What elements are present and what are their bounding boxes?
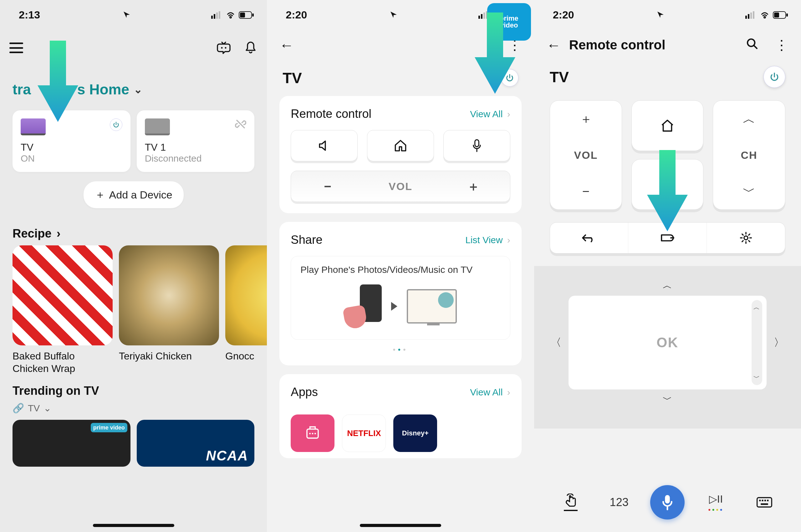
tv-assistant-icon[interactable]	[216, 40, 231, 56]
share-panel: Share List View › Play Phone's Photos/Vi…	[279, 222, 521, 365]
recipe-heading[interactable]: Recipe ›	[0, 217, 267, 245]
hamburger-menu-icon[interactable]	[10, 42, 23, 53]
share-text: Play Phone's Photos/Videos/Music on TV	[301, 264, 500, 275]
numpad-button[interactable]: 123	[610, 496, 629, 509]
device-card-tv1[interactable]: TV 1 Disconnected	[137, 110, 255, 172]
svg-rect-26	[774, 13, 779, 18]
back-button[interactable]	[550, 223, 628, 253]
recipe-card[interactable]: Gnocc	[225, 245, 267, 375]
link-icon: 🔗	[13, 403, 24, 414]
volume-control: − VOL ＋	[291, 171, 510, 202]
svg-rect-34	[762, 500, 763, 501]
svg-rect-27	[786, 14, 788, 17]
home-button[interactable]	[367, 130, 434, 161]
location-icon	[657, 9, 664, 21]
view-all-link[interactable]: View All ›	[470, 109, 510, 119]
dpad-left[interactable]: 〈	[544, 336, 568, 350]
svg-rect-1	[214, 14, 215, 19]
share-illustration	[301, 275, 500, 331]
dpad-up[interactable]: ︿	[534, 276, 801, 296]
list-view-link[interactable]: List View ›	[465, 235, 510, 245]
status-bar: 2:20	[534, 0, 801, 24]
bottom-toolbar: 123 ▷II ●●●●	[534, 485, 801, 519]
settings-button[interactable]	[707, 223, 785, 253]
back-icon[interactable]: ←	[279, 37, 294, 54]
tv-icon	[145, 118, 170, 135]
home-button[interactable]	[632, 100, 703, 151]
home-indicator[interactable]	[360, 524, 441, 527]
volume-label: VOL	[364, 180, 437, 193]
svg-rect-21	[745, 16, 747, 19]
svg-rect-16	[475, 140, 479, 147]
color-dots-icon: ●●●●	[708, 507, 724, 512]
share-card[interactable]: Play Phone's Photos/Videos/Music on TV	[291, 256, 510, 340]
app-lg-channels[interactable]	[291, 415, 334, 452]
touch-mode-button[interactable]	[564, 494, 578, 511]
power-icon[interactable]	[110, 118, 122, 131]
volume-down-button[interactable]: −	[291, 179, 364, 193]
recipe-card[interactable]: Teriyaki Chicken	[119, 245, 219, 375]
volume-down-button[interactable]: −	[550, 173, 622, 209]
chevron-right-icon: ›	[507, 109, 510, 119]
kebab-menu-icon[interactable]: ⋮	[775, 42, 788, 48]
remote-control-panel: Remote control View All › − VOL ＋	[279, 96, 521, 213]
location-icon	[390, 9, 397, 21]
scroll-wheel[interactable]: ︿﹀	[751, 300, 762, 385]
cell-signal-icon	[745, 11, 757, 19]
screen-remote-full: 2:20 ← Remote control ⋮ TV ＋ VOL −	[534, 0, 801, 532]
app-disney-plus[interactable]: Disney+	[393, 415, 437, 452]
svg-point-30	[744, 236, 748, 240]
mute-button[interactable]	[291, 130, 358, 161]
panel-heading: Apps	[291, 385, 318, 399]
home-indicator[interactable]	[93, 524, 174, 527]
chevron-down-icon: ⌄	[43, 403, 51, 414]
battery-icon	[773, 11, 788, 19]
chevron-right-icon: ›	[57, 227, 61, 240]
svg-point-20	[314, 433, 316, 435]
chevron-right-icon: ›	[507, 235, 510, 245]
keyboard-button[interactable]	[757, 496, 772, 508]
trending-tile[interactable]: NCAA	[137, 420, 255, 467]
svg-rect-0	[211, 16, 213, 19]
apps-panel: Apps View All › NETFLIX prime video Disn…	[279, 374, 521, 458]
playback-button[interactable]: ▷II ●●●●	[708, 493, 724, 512]
device-name: TV 1	[145, 141, 247, 153]
svg-rect-31	[665, 495, 670, 504]
volume-label: VOL	[550, 137, 622, 173]
view-all-link[interactable]: View All ›	[470, 387, 510, 398]
bell-icon[interactable]	[244, 40, 257, 55]
recipe-image	[225, 245, 267, 345]
page-header: Remote control	[569, 38, 738, 53]
ok-touchpad[interactable]: OK ︿﹀	[568, 296, 767, 390]
trending-tile[interactable]: prime video	[13, 420, 130, 467]
channel-down-button[interactable]: ﹀	[713, 173, 785, 209]
annotation-arrow	[475, 13, 515, 94]
volume-up-button[interactable]: ＋	[550, 101, 622, 137]
dpad-down[interactable]: ﹀	[534, 390, 801, 410]
back-icon[interactable]: ←	[547, 37, 561, 54]
svg-rect-5	[240, 13, 245, 18]
svg-rect-23	[750, 13, 752, 19]
app-netflix[interactable]: NETFLIX	[342, 415, 386, 452]
power-button[interactable]	[763, 66, 785, 88]
add-device-button[interactable]: ＋ Add a Device	[84, 181, 184, 208]
mic-fab-button[interactable]	[650, 485, 685, 519]
status-bar: 2:13	[0, 0, 267, 24]
channel-up-button[interactable]: ︿	[713, 101, 785, 137]
unlink-icon	[235, 118, 246, 133]
svg-rect-24	[753, 11, 754, 19]
device-name: TV	[21, 141, 122, 153]
wifi-icon	[760, 11, 770, 19]
volume-up-button[interactable]: ＋	[437, 178, 510, 195]
screen-tv-panel: 2:20 ← ⋮ TV Remote control View All ›	[267, 0, 534, 532]
tv-filter-chip[interactable]: 🔗 TV ⌄	[0, 403, 267, 414]
mic-button[interactable]	[443, 130, 510, 161]
status-time: 2:13	[19, 9, 40, 21]
search-icon[interactable]	[746, 38, 759, 53]
dpad-right[interactable]: 〉	[767, 336, 791, 350]
channel-label: CH	[713, 137, 785, 173]
recipe-card[interactable]: Baked Buffalo Chicken Wrap	[13, 245, 113, 375]
annotation-arrow	[38, 41, 78, 122]
screen-home: 2:13 tra s Home ⌄	[0, 0, 267, 532]
device-title: TV	[550, 69, 569, 86]
